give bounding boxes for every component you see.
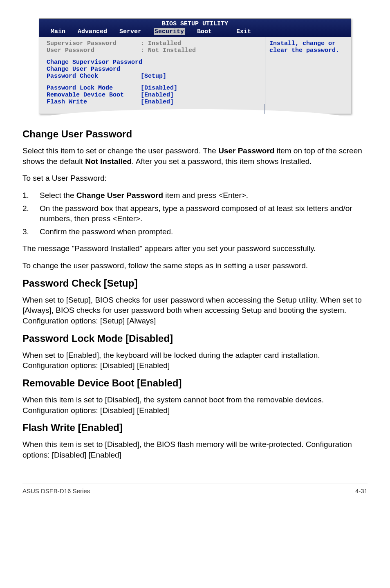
- list-item: Confirm the password when prompted.: [22, 227, 368, 237]
- footer-right: 4-31: [355, 487, 368, 494]
- bios-help-panel: Install, change or clear the password.: [265, 37, 351, 114]
- bios-header: BIOS SETUP UTILITY Main Advanced Server …: [39, 19, 351, 37]
- sup-pwd-value: : Installed: [141, 40, 181, 47]
- tab-main: Main: [51, 28, 65, 35]
- pwd-check-value: [Setup]: [141, 73, 166, 80]
- tab-server: Server: [119, 28, 141, 35]
- user-password-row: User Password : Not Installed: [47, 47, 258, 54]
- pwd-lock-value: [Disabled]: [141, 85, 177, 92]
- password-lock-mode-row: Password Lock Mode [Disabled]: [47, 85, 258, 92]
- footer-left: ASUS DSEB-D16 Series: [22, 487, 90, 494]
- change-user-password: Change User Password: [47, 66, 258, 73]
- cup-paragraph-2: To set a User Password:: [22, 173, 368, 184]
- flash-label: Flash Write: [47, 99, 141, 105]
- removable-value: [Enabled]: [141, 92, 174, 99]
- tab-boot: Boot: [197, 28, 212, 35]
- help-line-1: Install, change or: [269, 40, 347, 47]
- change-supervisor-password: Change Supervisor Password: [47, 59, 258, 66]
- heading-password-check: Password Check [Setup]: [22, 278, 368, 289]
- password-check-row: Password Check [Setup]: [47, 73, 258, 80]
- removable-label: Removable Device Boot: [47, 92, 141, 99]
- cup-paragraph-4: To change the user password, follow the …: [22, 260, 368, 271]
- supervisor-password-row: Supervisor Password : Installed: [47, 40, 258, 47]
- list-item: On the password box that appears, type a…: [22, 203, 368, 224]
- bios-body: Supervisor Password : Installed User Pas…: [39, 37, 351, 114]
- help-line-2: clear the password.: [269, 47, 347, 54]
- user-pwd-label: User Password: [47, 47, 141, 54]
- flash-write-row: Flash Write [Enabled]: [47, 99, 258, 105]
- heading-password-lock-mode: Password Lock Mode [Disabled]: [22, 333, 368, 344]
- pwd-lock-label: Password Lock Mode: [47, 85, 141, 92]
- cup-steps-list: Select the Change User Password item and…: [22, 190, 368, 237]
- bios-title: BIOS SETUP UTILITY: [39, 20, 351, 28]
- cup-paragraph-3: The message "Password Installed" appears…: [22, 243, 368, 254]
- heading-change-user-password: Change User Password: [22, 128, 368, 140]
- bios-screenshot: BIOS SETUP UTILITY Main Advanced Server …: [39, 18, 351, 114]
- pwd-check-label: Password Check: [47, 73, 141, 80]
- cup-paragraph-1: Select this item to set or change the us…: [22, 146, 368, 166]
- bios-tab-bar: Main Advanced Server Security Boot Exit: [39, 28, 351, 36]
- heading-flash-write: Flash Write [Enabled]: [22, 422, 368, 433]
- password-check-paragraph: When set to [Setup], BIOS checks for use…: [22, 295, 368, 326]
- heading-removable-device-boot: Removable Device Boot [Enabled]: [22, 377, 368, 389]
- removable-device-paragraph: When this item is set to [Disabled], the…: [22, 395, 368, 415]
- page-footer: ASUS DSEB-D16 Series 4-31: [22, 483, 368, 494]
- tab-security: Security: [154, 28, 185, 35]
- tab-advanced: Advanced: [78, 28, 107, 35]
- flash-write-paragraph: When this item is set to [Disabled], the…: [22, 439, 368, 460]
- user-pwd-value: : Not Installed: [141, 47, 196, 54]
- password-lock-paragraph: When set to [Enabled], the keyboard will…: [22, 350, 368, 371]
- list-item: Select the Change User Password item and…: [22, 190, 368, 201]
- removable-device-boot-row: Removable Device Boot [Enabled]: [47, 92, 258, 99]
- tab-exit: Exit: [236, 28, 251, 35]
- bios-left-panel: Supervisor Password : Installed User Pas…: [39, 37, 265, 114]
- flash-value: [Enabled]: [141, 99, 174, 105]
- sup-pwd-label: Supervisor Password: [47, 40, 141, 47]
